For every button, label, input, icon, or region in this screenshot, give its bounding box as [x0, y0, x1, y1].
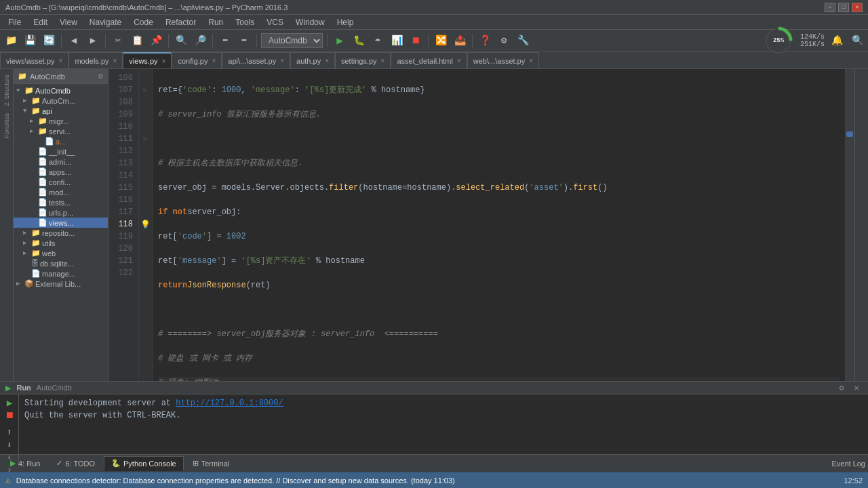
tree-item-views[interactable]: ▶ 📄 views... — [14, 218, 108, 228]
toolbar-stop-btn[interactable]: ⏹ — [408, 33, 424, 49]
minimize-button[interactable]: – — [825, 3, 835, 12]
file-tab-1[interactable]: models.py× — [68, 52, 123, 68]
run-icon: ▶ — [5, 382, 11, 394]
menu-item-navigate[interactable]: Navigate — [84, 16, 127, 28]
tree-item-urls[interactable]: ▶ 📄 urls.p... — [14, 207, 108, 218]
toolbar-search-everywhere-btn[interactable]: 🔍 — [849, 33, 865, 49]
file-tab-close-7[interactable]: × — [457, 57, 461, 64]
sidebar-settings-icon[interactable]: ⚙ — [98, 73, 104, 80]
tree-item-api[interactable]: ▼ 📁 api — [14, 106, 108, 116]
file-tab-close-4[interactable]: × — [280, 57, 284, 64]
run-panel-subtitle: AutoCmdb — [37, 384, 72, 392]
toolbar-find-btn[interactable]: 🔎 — [192, 33, 208, 49]
file-tab-5[interactable]: auth.py× — [290, 52, 335, 68]
toolbar-paste-btn[interactable]: 📌 — [148, 33, 164, 49]
favorites-tab[interactable]: Favorites — [2, 110, 12, 141]
tree-item-migr[interactable]: ▶ 📁 migr... — [14, 116, 108, 126]
tree-item-autocmdb[interactable]: ▼ 📁 AutoCmdb — [14, 85, 108, 96]
right-scrollbar[interactable] — [845, 69, 854, 381]
file-tab-6[interactable]: settings.py× — [335, 52, 391, 68]
tree-item-a-file[interactable]: ▶ 📄 a... — [14, 136, 108, 146]
restart-btn[interactable]: ▶ — [3, 397, 16, 409]
tab-terminal[interactable]: ⊞ Terminal — [185, 456, 237, 471]
tree-item-autocm[interactable]: ▶ 📁 AutoCm... — [14, 96, 108, 106]
toolbar-vcs2-btn[interactable]: 📤 — [452, 33, 468, 49]
file-tab-close-6[interactable]: × — [381, 57, 385, 64]
tree-item-init[interactable]: ▶ 📄 __init__ — [14, 146, 108, 157]
tree-item-utils[interactable]: ▶ 📁 utils — [14, 238, 108, 248]
tab-python-console[interactable]: 🐍 Python Console — [104, 456, 184, 471]
panel-close-btn[interactable]: ✕ — [850, 382, 863, 394]
menu-item-file[interactable]: File — [3, 16, 26, 28]
file-tab-4[interactable]: api\...\asset.py× — [222, 52, 290, 68]
menu-item-edit[interactable]: Edit — [28, 16, 53, 28]
tree-item-tests[interactable]: ▶ 📄 tests... — [14, 197, 108, 207]
server-url-link[interactable]: http://127.0.0.1:8000/ — [176, 399, 283, 408]
scroll-up-btn[interactable]: ⬆ — [3, 426, 16, 438]
file-tab-3[interactable]: config.py× — [172, 52, 222, 68]
scroll-down-btn[interactable]: ⬇ — [3, 439, 16, 451]
project-selector[interactable]: AutoCmdb — [261, 33, 323, 48]
toolbar-settings-btn[interactable]: ⚙ — [496, 33, 512, 49]
toolbar-sync-btn[interactable]: 🔄 — [41, 33, 57, 49]
code-line-106: ret = {'code': 1000, 'message': '[%s]更新完… — [158, 84, 840, 96]
file-tab-8[interactable]: web\...\asset.py× — [467, 52, 539, 68]
toolbar-plugin-btn[interactable]: 🔧 — [515, 33, 531, 49]
file-tab-0[interactable]: views\asset.py× — [0, 52, 68, 68]
toolbar-save-btn[interactable]: 💾 — [22, 33, 38, 49]
menu-item-tools[interactable]: Tools — [230, 16, 260, 28]
tree-item-apps[interactable]: ▶ 📄 apps... — [14, 167, 108, 177]
file-tab-label-3: config.py — [178, 57, 208, 65]
file-tab-2[interactable]: views.py× — [123, 52, 172, 68]
file-tab-close-8[interactable]: × — [529, 57, 533, 64]
toolbar-run-btn[interactable]: ▶ — [332, 33, 348, 49]
menu-item-refactor[interactable]: Refactor — [160, 16, 201, 28]
tree-item-web[interactable]: ▶ 📁 web — [14, 248, 108, 258]
tree-item-db[interactable]: ▶ 🗄 db.sqlite... — [14, 258, 108, 268]
toolbar-profile-btn[interactable]: 📊 — [389, 33, 405, 49]
tree-item-reposito[interactable]: ▶ 📁 reposito... — [14, 228, 108, 238]
code-content[interactable]: ret = {'code': 1000, 'message': '[%s]更新完… — [153, 69, 845, 381]
menu-item-run[interactable]: Run — [203, 16, 229, 28]
tab-run[interactable]: ▶ 4: Run — [3, 456, 47, 471]
toolbar-search-btn[interactable]: 🔍 — [173, 33, 189, 49]
toolbar-notification-btn[interactable]: 🔔 — [829, 33, 845, 49]
toolbar-coverage-btn[interactable]: ☂ — [370, 33, 386, 49]
event-log-tab[interactable]: Event Log — [831, 460, 865, 468]
tab-todo[interactable]: ✓ 6: TODO — [49, 456, 102, 471]
file-tab-close-3[interactable]: × — [212, 57, 216, 64]
toolbar-open-dir-btn[interactable]: 📁 — [3, 33, 19, 49]
toolbar-debug-btn[interactable]: 🐛 — [351, 33, 367, 49]
tree-item-admi[interactable]: ▶ 📄 admi... — [14, 157, 108, 167]
menu-item-help[interactable]: Help — [332, 16, 359, 28]
structure-tab[interactable]: 2: Structure — [2, 72, 12, 109]
close-button[interactable]: ✕ — [852, 3, 863, 12]
file-tab-close-1[interactable]: × — [113, 57, 117, 64]
toolbar-next-btn[interactable]: ➡ — [236, 33, 252, 49]
tree-item-manage[interactable]: ▶ 📄 manage... — [14, 268, 108, 279]
menu-item-vcs[interactable]: VCS — [261, 16, 289, 28]
stop-btn[interactable]: ⏹ — [3, 410, 16, 421]
net-up-text: 124K/s — [800, 33, 825, 41]
toolbar-prev-btn[interactable]: ⬅ — [217, 33, 233, 49]
toolbar-back-btn[interactable]: ◀ — [66, 33, 82, 49]
toolbar-copy-btn[interactable]: 📋 — [129, 33, 145, 49]
menu-item-view[interactable]: View — [54, 16, 83, 28]
file-tab-close-2[interactable]: × — [162, 58, 166, 65]
tree-item-mod[interactable]: ▶ 📄 mod... — [14, 187, 108, 197]
toolbar-forward-btn[interactable]: ▶ — [85, 33, 101, 49]
toolbar-cut-btn[interactable]: ✂ — [110, 33, 126, 49]
file-tab-close-0[interactable]: × — [59, 57, 63, 64]
file-tab-7[interactable]: asset_detail.html× — [391, 52, 467, 68]
tree-item-confi[interactable]: ▶ 📄 confi... — [14, 177, 108, 187]
tree-item-servi[interactable]: ▶ 📁 servi... — [14, 126, 108, 136]
toolbar-help-btn[interactable]: ❓ — [477, 33, 493, 49]
tree-item-external[interactable]: ▶ 📦 External Lib... — [14, 279, 108, 289]
maximize-button[interactable]: □ — [838, 3, 849, 12]
menu-item-window[interactable]: Window — [290, 16, 330, 28]
panel-settings-btn[interactable]: ⚙ — [835, 382, 848, 394]
scrollbar-thumb[interactable] — [846, 131, 853, 137]
toolbar-vcs-btn[interactable]: 🔀 — [433, 33, 449, 49]
file-tab-close-5[interactable]: × — [325, 57, 329, 64]
menu-item-code[interactable]: Code — [128, 16, 159, 28]
